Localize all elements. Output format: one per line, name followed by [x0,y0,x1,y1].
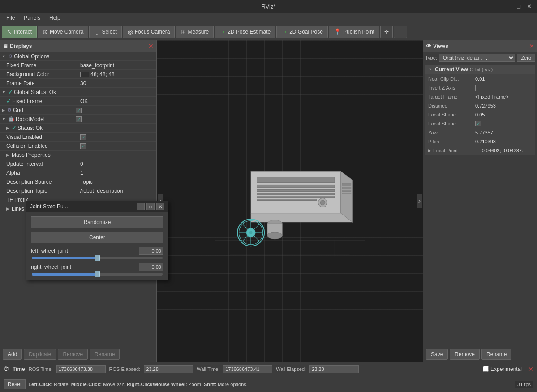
robot-model-item[interactable]: ▼ 🤖 RobotModel [0,115,156,124]
visual-enabled-item[interactable]: Visual Enabled [0,133,156,142]
move-camera-label: Move Camera [50,29,83,35]
invert-z-checkbox[interactable] [475,85,476,91]
ros-time-input[interactable] [56,365,106,373]
frame-rate-value: 30 [80,80,155,86]
joint-dialog-close[interactable]: ✕ [156,203,164,210]
title-bar: RViz* — □ ✕ [0,0,537,13]
cv-target-frame-value: <Fixed Frame> [475,94,532,99]
rm-status-item[interactable]: ▶ ✓ Status: Ok [0,124,156,133]
visual-enabled-checkbox[interactable] [80,134,86,140]
save-view-button[interactable]: Save [426,349,448,360]
focal-shape-checkbox[interactable] [475,121,481,126]
description-source-item[interactable]: Description Source Topic [0,177,156,186]
goal-pose-button[interactable]: → 2D Goal Pose [276,26,328,38]
reset-button[interactable]: Reset [4,379,26,389]
alpha-item[interactable]: Alpha 1 [0,168,156,177]
cv-invert-z-label: Invert Z Axis [428,85,475,90]
joint-dialog-body: Randomize Center left_wheel_joint [26,212,168,280]
remove-view-button[interactable]: Remove [450,349,480,360]
cv-pitch[interactable]: Pitch 0.210398 [425,137,535,146]
views-title: Views [433,43,448,49]
cv-focal-shape-2[interactable]: Focal Shape... [425,119,535,128]
right-wheel-joint-value[interactable] [139,263,163,271]
wall-elapsed-input[interactable] [309,365,359,373]
ros-elapsed-input[interactable] [144,365,193,373]
cv-distance[interactable]: Distance 0.727953 [425,101,535,110]
menu-file[interactable]: File [2,14,19,22]
gs-check-icon: ✓ [6,98,11,104]
joint-dialog-minimize[interactable]: — [137,203,145,210]
mass-properties-item[interactable]: ▶ Mass Properties [0,151,156,159]
cv-invert-z[interactable]: Invert Z Axis [425,83,535,92]
pose-estimate-button[interactable]: → 2D Pose Estimate [215,26,275,38]
duplicate-display-button[interactable]: Duplicate [24,349,56,360]
rename-display-button[interactable]: Rename [90,349,120,360]
expand-global-status: ▼ [2,90,6,95]
cv-focal-shape-2-value [475,121,532,126]
global-options-item[interactable]: ▼ ⚙ Global Options [0,52,156,61]
background-color-item[interactable]: Background Color 48; 48; 48 [0,70,156,79]
publish-point-button[interactable]: 📍 Publish Point [329,26,379,38]
add-tool-button[interactable]: ✛ [380,26,393,38]
close-button[interactable]: ✕ [525,3,533,10]
3d-view[interactable]: ‹ › [157,40,423,362]
measure-button[interactable]: ⊞ Measure [176,26,214,38]
remove-display-button[interactable]: Remove [58,349,88,360]
frame-rate-item[interactable]: Frame Rate 30 [0,79,156,88]
collision-enabled-label: Collision Enabled [6,143,48,149]
global-status-item[interactable]: ▼ ✓ Global Status: Ok [0,88,156,97]
remove-tool-button[interactable]: — [394,26,407,38]
grid-item[interactable]: ▶ ⚙ Grid [0,106,156,115]
joint-dialog-titlebar[interactable]: Joint State Pu... — □ ✕ [26,201,168,212]
move-camera-button[interactable]: ⊕ Move Camera [38,26,88,38]
robot-model-checkbox[interactable] [76,116,82,122]
views-zero-button[interactable]: Zero [517,54,535,62]
left-wheel-joint-value[interactable] [139,247,163,255]
description-topic-item[interactable]: Description Topic /robot_description [0,186,156,195]
views-type-label: Type: [425,55,437,60]
joint-dialog-maximize[interactable]: □ [146,203,155,210]
center-button[interactable]: Center [31,232,163,243]
cv-near-clip-label: Near Clip Di... [428,76,475,82]
left-wheel-slider-track[interactable] [32,257,163,259]
collision-enabled-item[interactable]: Collision Enabled [0,142,156,151]
menu-panels[interactable]: Panels [19,14,45,22]
maximize-button[interactable]: □ [515,3,522,10]
visual-enabled-checkbox-col [80,134,155,140]
right-wheel-slider-track[interactable] [32,273,163,276]
cv-near-clip[interactable]: Near Clip Di... 0.01 [425,74,535,83]
cv-focal-point[interactable]: ▶ Focal Point -0.04602; -0.04287... [425,146,535,155]
views-type-select[interactable]: Orbit (rviz_default_... [439,54,515,62]
app-title: RViz* [261,3,275,10]
viewport[interactable]: ‹ › [157,40,423,362]
global-status-check-icon: ✓ [8,89,13,95]
wall-time-input[interactable] [223,365,272,373]
cv-focal-shape-1-value: 0.05 [475,112,532,117]
interact-button[interactable]: ↖ Interact [2,26,37,38]
experimental-checkbox[interactable] [483,366,489,372]
cv-focal-shape-1[interactable]: Focal Shape... 0.05 [425,110,535,119]
close-time-button[interactable]: ✕ [528,366,533,373]
rename-view-button[interactable]: Rename [481,349,511,360]
collision-enabled-checkbox[interactable] [80,143,86,149]
focus-camera-button[interactable]: ◎ Focus Camera [123,26,175,38]
cv-distance-value: 0.727953 [475,103,532,108]
left-wheel-slider-thumb[interactable] [95,255,100,261]
minimize-button[interactable]: — [503,3,512,10]
fixed-frame-item[interactable]: Fixed Frame base_footprint [0,61,156,70]
close-displays-button[interactable]: ✕ [148,43,154,49]
cv-focal-shape-1-label: Focal Shape... [428,112,475,117]
current-view-section: ▼ Current View Orbit (rviz) Near Clip Di… [425,65,535,155]
cv-target-frame[interactable]: Target Frame <Fixed Frame> [425,92,535,101]
right-wheel-slider-thumb[interactable] [95,271,100,277]
randomize-button[interactable]: Randomize [31,216,163,228]
select-button[interactable]: ⬚ Select [89,26,121,38]
cv-yaw[interactable]: Yaw 5.77357 [425,128,535,137]
close-views-button[interactable]: ✕ [529,43,534,49]
menu-help[interactable]: Help [45,14,65,22]
grid-checkbox[interactable] [76,108,82,113]
gs-fixed-frame-item[interactable]: ✓ Fixed Frame OK [0,97,156,106]
add-display-button[interactable]: Add [3,349,22,360]
viewport-nav-right[interactable]: › [417,194,422,208]
update-interval-item[interactable]: Update Interval 0 [0,159,156,168]
